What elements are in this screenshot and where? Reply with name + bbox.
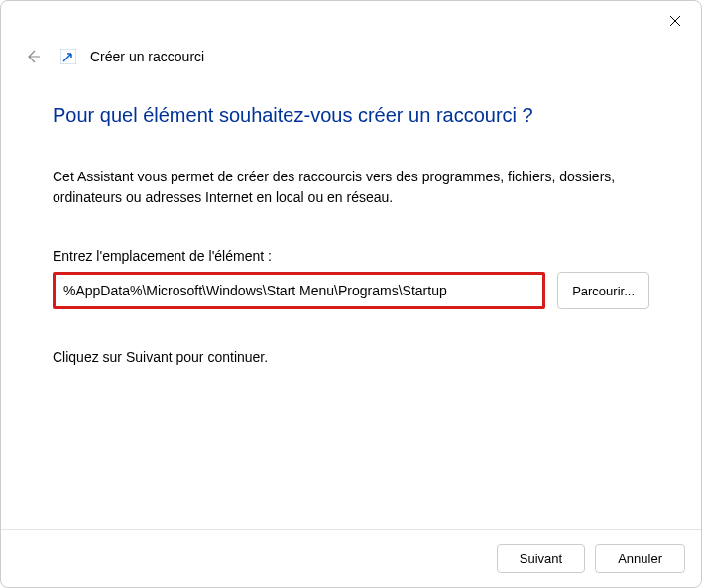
location-input[interactable] [53, 272, 545, 309]
close-icon [669, 15, 681, 27]
next-button[interactable]: Suivant [497, 544, 585, 573]
footer: Suivant Annuler [1, 529, 701, 587]
cancel-button[interactable]: Annuler [595, 544, 685, 573]
content-area: Pour quel élément souhaitez-vous créer u… [1, 64, 701, 529]
titlebar [1, 1, 701, 41]
location-label: Entrez l'emplacement de l'élément : [53, 248, 649, 264]
back-arrow-icon [25, 49, 41, 64]
continue-text: Cliquez sur Suivant pour continuer. [53, 349, 649, 365]
browse-button[interactable]: Parcourir... [557, 272, 649, 309]
input-row: Parcourir... [53, 272, 649, 309]
description-text: Cet Assistant vous permet de créer des r… [53, 167, 649, 208]
header-row: Créer un raccourci [1, 41, 701, 64]
back-button[interactable] [25, 49, 41, 64]
header-title: Créer un raccourci [90, 49, 204, 64]
shortcut-icon [60, 49, 76, 64]
close-button[interactable] [667, 13, 683, 29]
create-shortcut-dialog: Créer un raccourci Pour quel élément sou… [0, 0, 702, 588]
page-heading: Pour quel élément souhaitez-vous créer u… [53, 104, 649, 127]
